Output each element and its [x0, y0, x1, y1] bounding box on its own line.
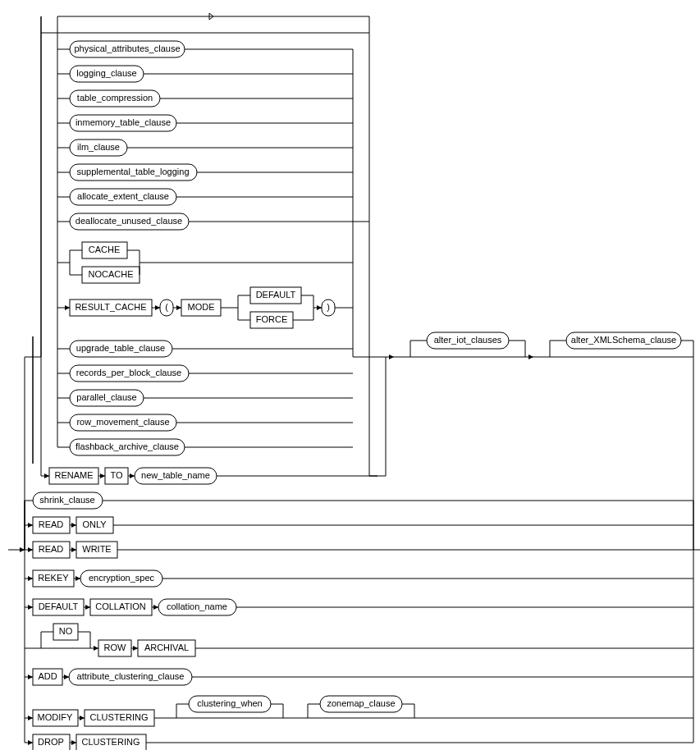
svg-text:ilm_clause: ilm_clause	[77, 142, 120, 152]
svg-text:DEFAULT: DEFAULT	[39, 601, 79, 611]
svg-text:RESULT_CACHE: RESULT_CACHE	[75, 302, 146, 312]
svg-text:DROP: DROP	[38, 737, 64, 747]
svg-text:attribute_clustering_clause: attribute_clustering_clause	[77, 671, 185, 681]
svg-text:collation_name: collation_name	[167, 601, 227, 611]
svg-text:READ: READ	[39, 544, 64, 554]
svg-text:clustering_when: clustering_when	[197, 698, 263, 708]
svg-text:alter_iot_clauses: alter_iot_clauses	[434, 335, 502, 345]
svg-text:FORCE: FORCE	[256, 314, 288, 324]
svg-text:shrink_clause: shrink_clause	[39, 495, 94, 505]
svg-text:NOCACHE: NOCACHE	[88, 269, 133, 279]
svg-text:alter_XMLSchema_clause: alter_XMLSchema_clause	[571, 335, 676, 345]
svg-text:ROW: ROW	[104, 643, 127, 652]
svg-text:MODIFY: MODIFY	[38, 712, 73, 722]
svg-text:encryption_spec: encryption_spec	[89, 573, 155, 583]
svg-text:(: (	[165, 302, 168, 312]
svg-text:MODE: MODE	[188, 302, 215, 312]
svg-text:table_compression: table_compression	[77, 93, 153, 103]
svg-text:READ: READ	[39, 519, 64, 529]
svg-text:logging_clause: logging_clause	[76, 68, 136, 78]
svg-text:records_per_block_clause: records_per_block_clause	[76, 368, 181, 377]
svg-text:CLUSTERING: CLUSTERING	[82, 737, 140, 747]
svg-text:ADD: ADD	[38, 671, 57, 681]
svg-text:inmemory_table_clause: inmemory_table_clause	[75, 117, 171, 127]
svg-text:DEFAULT: DEFAULT	[256, 290, 296, 300]
svg-text:parallel_clause: parallel_clause	[76, 392, 136, 402]
svg-text:row_movement_clause: row_movement_clause	[76, 417, 169, 427]
svg-text:WRITE: WRITE	[82, 544, 111, 554]
svg-text:COLLATION: COLLATION	[95, 601, 146, 611]
svg-text:CLUSTERING: CLUSTERING	[90, 712, 149, 722]
svg-text:flashback_archive_clause: flashback_archive_clause	[75, 441, 179, 451]
svg-text:ARCHIVAL: ARCHIVAL	[144, 643, 189, 652]
svg-text:supplemental_table_logging: supplemental_table_logging	[77, 167, 190, 176]
svg-text:RENAME: RENAME	[54, 470, 93, 480]
svg-text:zonemap_clause: zonemap_clause	[327, 698, 395, 708]
svg-text:deallocate_unused_clause: deallocate_unused_clause	[75, 216, 182, 226]
svg-text:ONLY: ONLY	[82, 519, 107, 529]
svg-text:): )	[327, 302, 330, 312]
svg-text:allocate_extent_clause: allocate_extent_clause	[77, 191, 169, 201]
svg-text:new_table_name: new_table_name	[141, 470, 210, 480]
svg-text:REKEY: REKEY	[38, 573, 69, 583]
svg-text:CACHE: CACHE	[89, 245, 121, 254]
svg-text:upgrade_table_clause: upgrade_table_clause	[76, 343, 165, 353]
svg-text:TO: TO	[110, 470, 123, 480]
svg-text:NO: NO	[59, 626, 73, 636]
svg-text:physical_attributes_clause: physical_attributes_clause	[74, 43, 180, 53]
